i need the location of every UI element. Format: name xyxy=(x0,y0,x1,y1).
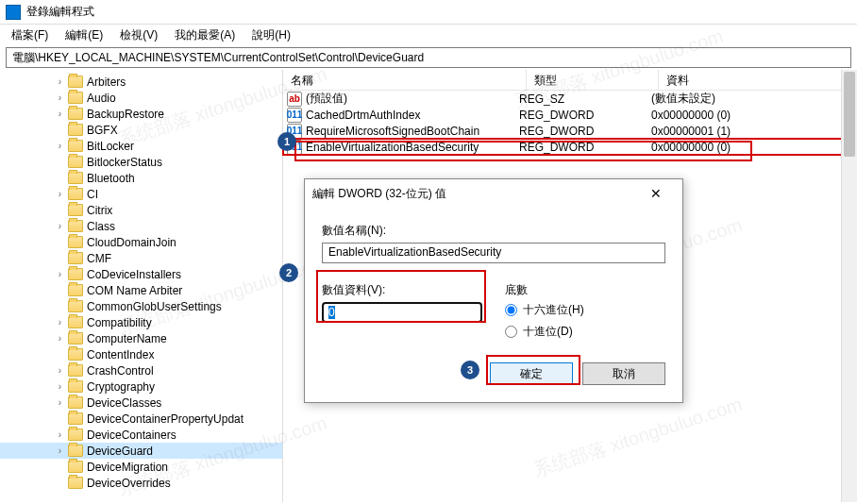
value-name: RequireMicrosoftSignedBootChain xyxy=(306,125,479,138)
folder-icon xyxy=(68,268,83,280)
tree-item-label: DeviceContainerPropertyUpdat xyxy=(87,412,244,426)
folder-icon xyxy=(68,252,83,264)
folder-icon xyxy=(68,92,83,104)
tree-item[interactable]: Citrix xyxy=(0,202,282,218)
address-bar[interactable]: 電腦\HKEY_LOCAL_MACHINE\SYSTEM\CurrentCont… xyxy=(6,47,851,68)
expand-icon[interactable] xyxy=(55,253,65,263)
expand-icon[interactable] xyxy=(55,205,65,215)
tree-item-label: CloudDomainJoin xyxy=(87,236,176,249)
folder-icon xyxy=(68,428,83,441)
menu-favorites[interactable]: 我的最愛(A) xyxy=(167,25,243,45)
menu-view[interactable]: 檢視(V) xyxy=(112,25,165,45)
tree-item[interactable]: ›CrashControl xyxy=(0,362,282,378)
expand-icon[interactable]: › xyxy=(55,445,65,456)
expand-icon[interactable]: › xyxy=(55,76,65,87)
folder-icon xyxy=(68,124,83,136)
scroll-thumb[interactable] xyxy=(844,72,855,157)
expand-icon[interactable]: › xyxy=(55,92,65,103)
tree-item[interactable]: ›ComputerName xyxy=(0,330,282,346)
list-row[interactable]: (預設值)REG_SZ(數值未設定) xyxy=(283,91,857,107)
base-label: 底數 xyxy=(505,282,584,298)
radio-dec[interactable]: 十進位(D) xyxy=(505,324,584,340)
tree-item-label: CommonGlobUserSettings xyxy=(87,300,222,313)
list-header: 名稱 類型 資料 xyxy=(283,70,857,91)
col-header-data[interactable]: 資料 xyxy=(659,70,857,90)
list-row[interactable]: RequireMicrosoftSignedBootChainREG_DWORD… xyxy=(283,123,857,139)
tree-item[interactable]: ›Class xyxy=(0,218,282,234)
expand-icon[interactable] xyxy=(55,349,65,360)
tree-item[interactable]: DeviceMigration xyxy=(0,459,282,475)
folder-icon xyxy=(68,445,83,457)
tree-item[interactable]: ›BackupRestore xyxy=(0,106,282,122)
tree-item[interactable]: ›DeviceClasses xyxy=(0,395,282,411)
tree-item[interactable]: ›DeviceContainers xyxy=(0,427,282,443)
menu-file[interactable]: 檔案(F) xyxy=(4,25,56,45)
expand-icon[interactable]: › xyxy=(55,269,65,279)
close-icon[interactable]: ✕ xyxy=(637,181,675,206)
radio-dec-input[interactable] xyxy=(505,326,517,338)
menu-edit[interactable]: 編輯(E) xyxy=(58,25,110,45)
expand-icon[interactable]: › xyxy=(55,317,65,328)
radio-hex[interactable]: 十六進位(H) xyxy=(505,302,584,318)
tree-item[interactable]: DeviceContainerPropertyUpdat xyxy=(0,411,282,427)
tree-item[interactable]: COM Name Arbiter xyxy=(0,282,282,298)
radio-hex-input[interactable] xyxy=(505,304,517,316)
col-header-name[interactable]: 名稱 xyxy=(283,70,527,90)
expand-icon[interactable]: › xyxy=(55,429,65,440)
tree-item[interactable]: CloudDomainJoin xyxy=(0,234,282,250)
expand-icon[interactable] xyxy=(55,125,65,135)
list-row[interactable]: CachedDrtmAuthIndexREG_DWORD0x00000000 (… xyxy=(283,107,857,123)
tree-item[interactable]: ›Compatibility xyxy=(0,314,282,330)
expand-icon[interactable] xyxy=(55,237,65,247)
expand-icon[interactable]: › xyxy=(55,141,65,151)
folder-icon xyxy=(68,140,83,152)
tree-item-label: CMF xyxy=(87,252,111,265)
expand-icon[interactable]: › xyxy=(55,365,65,376)
tree-item[interactable]: ›DeviceGuard xyxy=(0,443,282,459)
value-data-input[interactable] xyxy=(322,302,482,323)
expand-icon[interactable]: › xyxy=(55,381,65,392)
dialog-titlebar[interactable]: 編輯 DWORD (32-位元) 值 ✕ xyxy=(305,179,682,208)
value-name-field[interactable]: EnableVirtualizationBasedSecurity xyxy=(322,243,665,263)
ok-button[interactable]: 確定 xyxy=(490,362,573,385)
expand-icon[interactable] xyxy=(55,413,65,424)
tree-item[interactable]: ›CI xyxy=(0,186,282,202)
expand-icon[interactable] xyxy=(55,157,65,167)
expand-icon[interactable] xyxy=(55,462,65,472)
list-row[interactable]: EnableVirtualizationBasedSecurityREG_DWO… xyxy=(283,139,857,155)
col-header-type[interactable]: 類型 xyxy=(527,70,659,90)
menu-help[interactable]: 說明(H) xyxy=(244,25,298,45)
folder-icon xyxy=(68,108,83,120)
tree-item[interactable]: BGFX xyxy=(0,122,282,138)
expand-icon[interactable]: › xyxy=(55,397,65,408)
marker-1: 1 xyxy=(277,132,296,151)
tree-item[interactable]: Bluetooth xyxy=(0,170,282,186)
tree-item[interactable]: CMF xyxy=(0,250,282,266)
tree-item[interactable]: ›Arbiters xyxy=(0,74,282,90)
tree-item[interactable]: ›Cryptography xyxy=(0,378,282,395)
list-body[interactable]: (預設值)REG_SZ(數值未設定)CachedDrtmAuthIndexREG… xyxy=(283,91,857,155)
tree-item[interactable]: ›CoDeviceInstallers xyxy=(0,266,282,282)
expand-icon[interactable]: › xyxy=(55,333,65,344)
tree-item[interactable]: BitlockerStatus xyxy=(0,154,282,170)
expand-icon[interactable] xyxy=(55,478,65,488)
tree-item[interactable]: DeviceOverrides xyxy=(0,475,282,491)
tree-item[interactable]: ›Audio xyxy=(0,90,282,106)
expand-icon[interactable] xyxy=(55,173,65,183)
cancel-button[interactable]: 取消 xyxy=(582,362,665,385)
folder-icon xyxy=(68,477,83,489)
expand-icon[interactable]: › xyxy=(55,109,65,119)
tree-item[interactable]: ContentIndex xyxy=(0,346,282,362)
tree-panel[interactable]: ›Arbiters›Audio›BackupRestoreBGFX›BitLoc… xyxy=(0,70,283,502)
window-title: 登錄編輯程式 xyxy=(26,4,94,20)
regedit-icon xyxy=(6,5,21,20)
expand-icon[interactable]: › xyxy=(55,221,65,231)
tree-item[interactable]: CommonGlobUserSettings xyxy=(0,298,282,314)
tree-item[interactable]: ›BitLocker xyxy=(0,138,282,154)
edit-dword-dialog: 編輯 DWORD (32-位元) 值 ✕ 數值名稱(N): EnableVirt… xyxy=(304,178,683,403)
expand-icon[interactable] xyxy=(55,301,65,311)
expand-icon[interactable] xyxy=(55,285,65,295)
tree-item-label: Bluetooth xyxy=(87,172,135,185)
expand-icon[interactable]: › xyxy=(55,189,65,199)
list-vscrollbar[interactable] xyxy=(841,70,857,502)
